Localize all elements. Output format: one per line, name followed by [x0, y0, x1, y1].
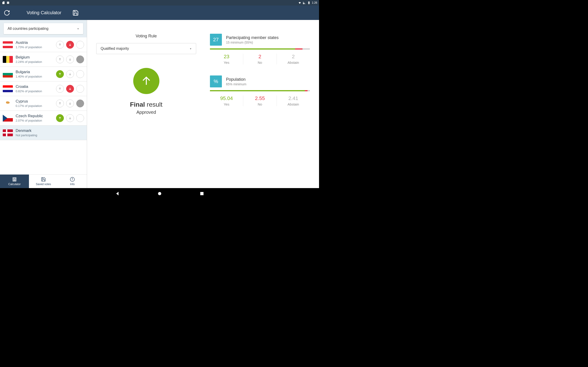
result-label: Final result [130, 101, 163, 108]
country-sub: 2.24% of population [16, 60, 53, 64]
home-button[interactable] [157, 191, 162, 196]
country-row[interactable]: Belgium2.24% of population [0, 52, 87, 67]
svg-rect-29 [200, 192, 204, 195]
svg-point-19 [14, 180, 15, 180]
bottom-nav-label: Calculator [8, 183, 21, 186]
country-row[interactable]: Croatia0.82% of population [0, 81, 87, 96]
vote-yes-button[interactable] [56, 41, 64, 49]
vote-no-button[interactable] [66, 100, 74, 107]
no-label: No [243, 60, 276, 65]
svg-point-23 [15, 181, 16, 181]
country-info: DenmarkNot participating [16, 128, 84, 137]
flag-icon [3, 71, 13, 77]
population-abstain-value: 2.41 [277, 95, 310, 101]
vote-abstain-button[interactable] [76, 70, 84, 78]
sd-card-icon [2, 1, 5, 4]
participation-dropdown[interactable]: All countries participating ▼ [4, 23, 83, 34]
svg-point-28 [158, 192, 161, 195]
vote-buttons [56, 56, 84, 63]
battery-icon [307, 1, 311, 4]
flag-icon [3, 100, 13, 107]
bottom-nav-calculator[interactable]: Calculator [0, 175, 29, 188]
svg-point-20 [15, 180, 16, 180]
flag-icon [3, 56, 13, 63]
population-yes-value: 95.04 [210, 95, 243, 101]
country-name: Croatia [16, 84, 53, 89]
bottom-nav-label: Saved votes [36, 183, 51, 186]
country-row[interactable]: Austria1.73% of population [0, 37, 87, 52]
recents-button[interactable] [199, 191, 205, 196]
voting-rule-dropdown[interactable]: Qualified majority ▼ [96, 43, 196, 54]
back-button[interactable] [115, 191, 120, 196]
country-sub: 0.82% of population [16, 90, 53, 93]
vote-no-button[interactable] [66, 114, 74, 122]
metric-population: % Population 65% minimum 95.04 Yes [210, 75, 310, 106]
flag-icon [3, 41, 13, 48]
voting-rule-label: Voting Rule [136, 34, 157, 39]
states-badge: 27 [210, 34, 222, 46]
population-badge: % [210, 75, 222, 87]
abstain-label: Abstain [277, 102, 310, 106]
vote-no-button[interactable] [66, 85, 74, 93]
vote-abstain-button[interactable] [76, 41, 84, 49]
svg-point-18 [13, 180, 14, 180]
vote-buttons [56, 100, 84, 107]
vote-yes-button[interactable] [56, 114, 64, 122]
country-row[interactable]: Cyprus0.17% of population [0, 96, 87, 111]
signal-icon [303, 1, 306, 4]
country-name: Belgium [16, 55, 53, 60]
app-icon: A [6, 1, 10, 4]
refresh-icon[interactable] [4, 10, 10, 16]
country-row[interactable]: Bulgaria1.40% of population [0, 67, 87, 81]
vote-no-button[interactable] [66, 56, 74, 63]
vote-abstain-button[interactable] [76, 56, 84, 63]
country-info: Austria1.73% of population [16, 40, 53, 49]
svg-text:A: A [8, 2, 9, 3]
states-progress-bar [210, 48, 310, 50]
country-name: Czech Republic [16, 114, 53, 118]
bottom-nav: CalculatorSaved votesInfo [0, 174, 87, 188]
country-name: Cyprus [16, 99, 53, 104]
no-label: No [243, 102, 276, 106]
population-title: Population [226, 77, 246, 82]
vote-yes-button[interactable] [56, 70, 64, 78]
vote-buttons [56, 41, 84, 49]
chevron-down-icon: ▼ [77, 27, 79, 30]
country-sub: Not participating [16, 133, 84, 137]
vote-no-button[interactable] [66, 41, 74, 49]
svg-rect-3 [309, 1, 309, 2]
country-row[interactable]: Czech Republic2.07% of population [0, 111, 87, 125]
country-list[interactable]: Austria1.73% of populationBelgium2.24% o… [0, 37, 87, 174]
result-approved-icon [133, 68, 159, 94]
bottom-nav-info[interactable]: Info [58, 175, 87, 188]
country-info: Belgium2.24% of population [16, 55, 53, 64]
flag-icon [3, 115, 13, 122]
save-icon[interactable] [72, 10, 79, 16]
country-info: Croatia0.82% of population [16, 84, 53, 93]
vote-yes-button[interactable] [56, 85, 64, 93]
yes-label: Yes [210, 60, 243, 65]
flag-icon [3, 85, 13, 92]
yes-label: Yes [210, 102, 243, 106]
vote-yes-button[interactable] [56, 56, 64, 63]
vote-abstain-button[interactable] [76, 114, 84, 122]
country-sub: 1.40% of population [16, 75, 53, 78]
states-yes-value: 23 [210, 54, 243, 60]
vote-no-button[interactable] [66, 70, 74, 78]
states-sub: 15 minimum (55%) [226, 41, 279, 44]
android-nav-bar [0, 188, 319, 199]
bottom-nav-saved-votes[interactable]: Saved votes [29, 175, 58, 188]
population-sub: 65% minimum [226, 82, 246, 86]
states-no-value: 2 [243, 54, 276, 60]
country-name: Denmark [16, 128, 84, 133]
participation-value: All countries participating [8, 27, 48, 31]
sidebar: All countries participating ▼ Austria1.7… [0, 20, 87, 188]
vote-abstain-button[interactable] [76, 85, 84, 93]
vote-buttons [56, 70, 84, 78]
vote-abstain-button[interactable] [76, 100, 84, 107]
population-no-value: 2.55 [243, 95, 276, 101]
country-row[interactable]: DenmarkNot participating [0, 125, 87, 140]
states-title: Partecipating member states [226, 35, 279, 40]
vote-yes-button[interactable] [56, 100, 64, 107]
app-bar: Voting Calculator [0, 6, 319, 20]
